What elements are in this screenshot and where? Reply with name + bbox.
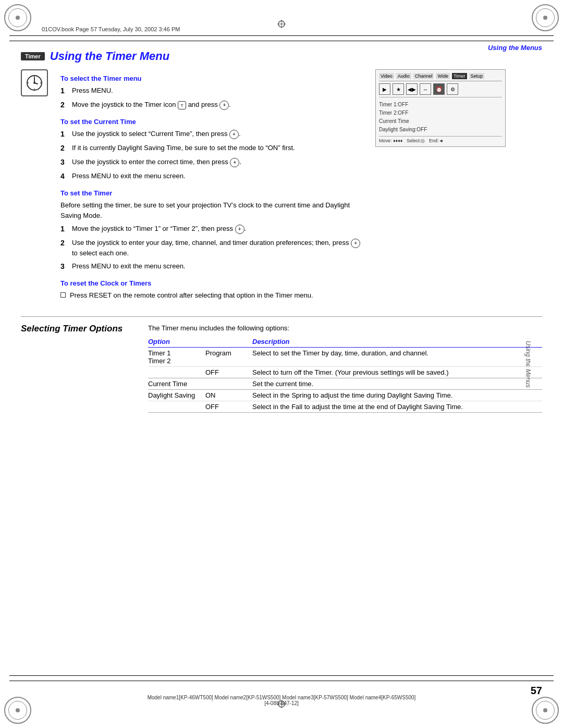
section-separator	[21, 316, 542, 317]
col-option-header: Option	[148, 336, 205, 348]
step-text: Use the joystick to select “Current Time…	[72, 129, 241, 140]
step-1-time: 1 Use the joystick to select “Current Ti…	[60, 129, 367, 140]
cell-on: ON	[205, 390, 252, 401]
page-number: 57	[531, 685, 542, 697]
cell-off1: OFF	[205, 367, 252, 378]
tv-icon-3: ◀▶	[406, 83, 418, 95]
cell-on-desc: Select in the Spring to adjust the time …	[252, 390, 542, 401]
tv-icon-5-active: ⏰	[433, 83, 445, 95]
step-text: Move the joystick to “Timer 1” or “Timer…	[72, 224, 246, 235]
svg-point-9	[33, 82, 35, 84]
col-description-header	[205, 336, 252, 348]
reset-clock-heading: To reset the Clock or Timers	[60, 279, 367, 287]
footer-top-rule	[9, 675, 554, 676]
tv-menu-list: Timer 1:OFF Timer 2:OFF Current Time Day…	[379, 101, 502, 134]
cell-off2: OFF	[205, 401, 252, 413]
step-num: 1	[60, 129, 69, 140]
corner-decoration-br	[532, 697, 559, 724]
step-3-time: 3 Use the joystick to enter the correct …	[60, 157, 367, 168]
selecting-title-text: Selecting Timer Options	[21, 323, 136, 335]
set-timer-heading: To set the Timer	[60, 189, 367, 197]
bullet-square	[60, 292, 66, 298]
set-timer-intro: Before setting the timer, be sure to set…	[60, 200, 367, 220]
step-text: Press MENU.	[72, 85, 113, 96]
step-2-timer: 2 Use the joystick to enter your day, ti…	[60, 238, 367, 258]
tv-menu-item-currenttime: Current Time	[379, 117, 502, 126]
selecting-timer-section: Selecting Timer Options The Timer menu i…	[21, 323, 542, 413]
step-text: Use the joystick to enter your day, time…	[72, 238, 367, 258]
header-bottom-rule	[9, 41, 554, 41]
step-text: Press MENU to exit the menu screen.	[72, 261, 185, 272]
corner-decoration-tl	[4, 4, 31, 31]
table-row-timer1-program: Timer 1Timer 2 Program Select to set the…	[148, 348, 542, 367]
tv-icon-4: ↔	[420, 83, 431, 95]
step-3-timer: 3 Press MENU to exit the menu screen.	[60, 261, 367, 272]
step-num: 2	[60, 143, 69, 154]
step-num: 2	[60, 100, 69, 110]
tv-icon-1: ▶	[379, 83, 390, 95]
step-text: Press MENU to exit the menu screen.	[72, 171, 185, 182]
tv-menu-mockup: Video Audio Channel Wide Timer Setup ▶ ★…	[375, 69, 506, 147]
timer-badge: Timer	[21, 52, 45, 60]
cell-empty2	[205, 378, 252, 390]
reset-clock-text: Press RESET on the remote control after …	[70, 290, 313, 301]
inline-timer-icon: T	[178, 101, 186, 109]
col-desc-text-header: Description	[252, 336, 542, 348]
select-timer-heading: To select the Timer menu	[60, 75, 367, 82]
table-row-current-time: Current Time Set the current time.	[148, 378, 542, 390]
cell-current-time: Current Time	[148, 378, 205, 390]
cell-timer1: Timer 1Timer 2	[148, 348, 205, 367]
set-current-time-heading: To set the Current Time	[60, 118, 367, 126]
circle-btn-enter2: +	[229, 130, 239, 139]
cell-empty3	[148, 401, 205, 413]
circle-btn-enter4: +	[235, 225, 244, 234]
options-table: Option Description Timer 1Timer 2 Progra…	[148, 336, 542, 413]
tv-menu-footer: Move: ♦♦♦♦ Select:◎ End:◄	[379, 136, 502, 143]
step-1-select: 1 Press MENU.	[60, 85, 367, 96]
cell-program-desc: Select to set the Timer by day, time, du…	[252, 348, 542, 367]
cell-current-time-desc: Set the current time.	[252, 378, 542, 390]
step-4-time: 4 Press MENU to exit the menu screen.	[60, 171, 367, 182]
step-num: 1	[60, 85, 69, 96]
table-row-daylight-off: OFF Select in the Fall to adjust the tim…	[148, 401, 542, 413]
tv-menu-item-timer2: Timer 2:OFF	[379, 109, 502, 117]
tab-video: Video	[379, 73, 394, 79]
tv-menu-tabs: Video Audio Channel Wide Timer Setup	[379, 73, 502, 81]
cell-off1-desc: Select to turn off the Timer. (Your prev…	[252, 367, 542, 378]
header-top-rule	[9, 35, 554, 36]
tv-icons-row: ▶ ★ ◀▶ ↔ ⏰ ⚙	[379, 83, 502, 97]
main-content: Timer Using the Timer Menu	[21, 50, 542, 676]
tab-timer: Timer	[452, 73, 467, 79]
left-instructions-col: To select the Timer menu 1 Press MENU. 2…	[60, 67, 367, 304]
file-info: 01COV.book Page 57 Tuesday, July 30, 200…	[42, 26, 180, 32]
tab-wide: Wide	[436, 73, 450, 79]
cell-empty1	[148, 367, 205, 378]
table-row-timer-off: OFF Select to turn off the Timer. (Your …	[148, 367, 542, 378]
step-num: 3	[60, 157, 69, 168]
step-num: 1	[60, 224, 69, 235]
main-title: Using the Timer Menu	[50, 50, 169, 63]
step-1-timer: 1 Move the joystick to “Timer 1” or “Tim…	[60, 224, 367, 235]
table-header-row: Option Description	[148, 336, 542, 348]
step-num: 2	[60, 238, 69, 258]
timer-icon-box	[21, 69, 48, 96]
step-text: Use the joystick to enter the correct ti…	[72, 157, 241, 168]
circle-btn-enter5: +	[351, 239, 360, 248]
section-title-bar: Timer Using the Timer Menu	[21, 50, 542, 63]
step-2-select: 2 Move the joystick to the Timer icon T …	[60, 100, 367, 110]
corner-decoration-bl	[4, 697, 31, 724]
step-text: Move the joystick to the Timer icon T an…	[72, 100, 231, 110]
footer-bottom-rule	[9, 681, 554, 681]
tv-icon-6: ⚙	[447, 83, 458, 95]
tab-audio: Audio	[396, 73, 411, 79]
tv-menu-item-timer1: Timer 1:OFF	[379, 101, 502, 109]
cell-daylight: Daylight Saving	[148, 390, 205, 401]
reset-clock-bullet: Press RESET on the remote control after …	[60, 290, 367, 301]
selecting-intro: The Timer menu includes the following op…	[148, 323, 542, 334]
step-num: 4	[60, 171, 69, 182]
tab-channel: Channel	[413, 73, 434, 79]
circle-btn-enter: +	[219, 101, 229, 110]
step-text: If it is currently Daylight Saving Time,…	[72, 143, 295, 154]
tab-setup: Setup	[469, 73, 485, 79]
footer-model-info: Model name1[KP-46WT500] Model name2[KP-5…	[148, 695, 416, 706]
